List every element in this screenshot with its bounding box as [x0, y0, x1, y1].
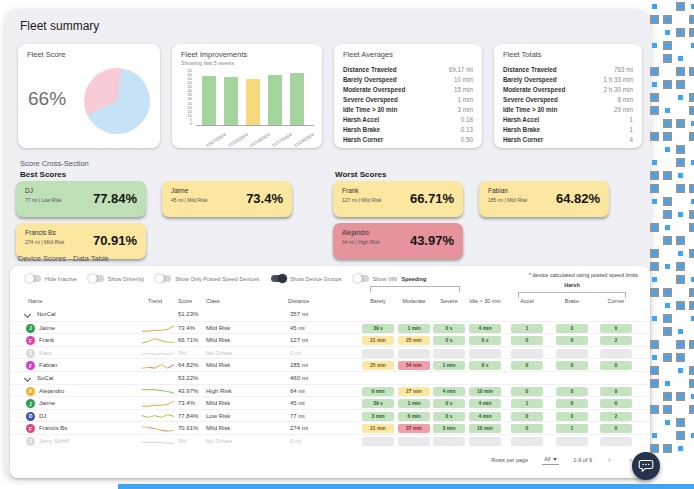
- pixel-cell: [678, 212, 683, 217]
- table-row-francis-bs[interactable]: FFrancis Bs70.91%Mild Risk274 mi21 min37…: [10, 421, 650, 434]
- table-row-jerry-schiff[interactable]: JJerry Schiff0%No Drives0 mi: [10, 434, 650, 447]
- score-card-detail: 127 mi | Mild Risk: [342, 197, 381, 203]
- pixel-cell: [665, 225, 670, 230]
- metric-row: Barely Overspeed10 min: [343, 74, 473, 84]
- chevron-left-icon[interactable]: ‹: [606, 456, 613, 465]
- pixel-cell: [678, 446, 683, 451]
- device-distance: 127 mi: [290, 337, 308, 343]
- bar-chart-y-axis: 65605550454035302520151050: [176, 69, 192, 126]
- table-row-jaime[interactable]: JJaime73.4%Mild Risk45 mi39 s1 min0 s4 m…: [10, 321, 650, 334]
- metric-badge: 21 min: [362, 336, 394, 345]
- metric-badge: 0 s: [433, 336, 465, 345]
- metric-badge: 0 s: [469, 336, 501, 345]
- metric-badge: 0 s: [469, 361, 501, 370]
- pixel-cell: [678, 121, 683, 126]
- table-row-alejandro[interactable]: AAlejandro43.97%High Risk64 mi6 min27 mi…: [10, 384, 650, 397]
- pixel-cell: [652, 264, 657, 269]
- score-card-percent: 73.4%: [246, 191, 283, 206]
- score-card-percent: 43.97%: [410, 233, 454, 248]
- score-card-percent: 70.91%: [93, 233, 137, 248]
- metric-badge: 6 min: [398, 412, 430, 421]
- group-row-socal[interactable]: SoCal53.22%460 mi: [10, 371, 650, 384]
- pixel-cell: [652, 342, 657, 347]
- pixel-cell: [678, 4, 683, 9]
- group-row-norcal[interactable]: NorCal51.23%357 mi: [10, 308, 650, 321]
- pixel-cell: [678, 82, 683, 87]
- toggle-show-only-posted-speed-devices[interactable]: Show Only Posted Speed Devices: [156, 275, 259, 282]
- table-row-dj[interactable]: DDJ77.84%Low Risk77 mi3 min6 min0 s4 min…: [10, 409, 650, 422]
- metric-value: 1: [629, 126, 633, 133]
- pixel-cell: [665, 43, 670, 48]
- pixel-cell: [678, 56, 683, 61]
- page-title: Fleet summary: [20, 19, 99, 33]
- device-distance: 45 mi: [290, 325, 305, 331]
- metric-row: Idle Time > 30 min29 min: [503, 104, 633, 114]
- metric-row: Harsh Accel0.18: [343, 114, 473, 124]
- toggle-switch[interactable]: [89, 275, 104, 282]
- fleet-improvements-subtitle: Showing last 5 weeks: [181, 60, 234, 66]
- bar-11/10/2024: [246, 79, 260, 125]
- chevron-down-icon: [24, 375, 31, 382]
- device-score: 64.82%: [178, 362, 198, 368]
- score-card-percent: 77.84%: [93, 191, 137, 206]
- metric-badge: 3 min: [433, 424, 465, 433]
- pixel-cell: [678, 147, 683, 152]
- metric-badge: [556, 349, 588, 358]
- column-header-trend: Trend: [148, 298, 162, 304]
- table-row-frank[interactable]: FFrank66.71%Mild Risk127 mi21 min25 min0…: [10, 333, 650, 346]
- device-class: Mild Risk: [206, 362, 230, 368]
- metric-row: Harsh Corner0.50: [343, 134, 473, 144]
- cross-section-title: Score Cross-Section: [20, 159, 89, 168]
- score-card-frank: Frank127 mi | Mild Risk66.71%: [333, 181, 463, 217]
- trend-sparkline: [140, 424, 176, 433]
- speeding-bracket: [370, 286, 460, 292]
- toggle-switch[interactable]: [354, 275, 369, 282]
- trend-sparkline: [140, 349, 176, 358]
- table-row-fabian[interactable]: FFabian64.82%Mild Risk185 mi25 min54 min…: [10, 358, 650, 371]
- rows-per-page-select[interactable]: All: [542, 455, 559, 465]
- pixel-cell: [652, 108, 657, 113]
- metric-badge: [556, 437, 588, 446]
- column-header-class: Class: [206, 298, 220, 304]
- pixel-cell: [665, 134, 670, 139]
- score-card-alejandro: Alejandro64 mi | High Risk43.97%: [333, 223, 463, 259]
- metric-badge: 0: [556, 399, 588, 408]
- metric-badge: 1: [511, 324, 543, 333]
- chat-button[interactable]: [632, 452, 660, 480]
- metric-label: Distance Traveled: [503, 66, 557, 73]
- device-distance: 274 mi: [290, 425, 308, 431]
- toggle-hide-inactive[interactable]: Hide Inactive: [26, 275, 77, 282]
- metric-row: Moderate Overspeed15 min: [343, 84, 473, 94]
- toggle-switch[interactable]: [26, 275, 41, 282]
- metric-badge: 4 min: [469, 412, 501, 421]
- metric-badge: 0: [511, 336, 543, 345]
- table-row-jaime[interactable]: JJaime73.4%Mild Risk45 mi39 s1 min0 s4 m…: [10, 396, 650, 409]
- pixel-cell: [678, 303, 683, 308]
- pixel-cell: [678, 160, 683, 165]
- score-card-name: Alejandro: [342, 229, 369, 236]
- avatar: S: [26, 349, 35, 358]
- metric-badge: 2: [600, 412, 632, 421]
- metric-badge: 0: [556, 324, 588, 333]
- pixel-cell: [665, 212, 670, 217]
- metric-label: Harsh Brake: [503, 126, 540, 133]
- pixel-cell: [678, 420, 683, 425]
- toggle-switch[interactable]: [271, 275, 286, 282]
- metric-row: Harsh Brake1: [503, 124, 633, 134]
- toggle-switch[interactable]: [156, 275, 171, 282]
- column-header-distance: Distance: [288, 298, 309, 304]
- pixel-cell: [678, 368, 683, 373]
- device-name: Frank: [39, 337, 54, 343]
- table-row-sara[interactable]: SSara0%No Drives0 mi: [10, 346, 650, 359]
- toggle-show-driver-s-[interactable]: Show Driver(s): [89, 275, 144, 282]
- metric-label: Idle Time > 30 min: [503, 106, 557, 113]
- metric-badge: [433, 349, 465, 358]
- pixel-cell: [678, 355, 683, 360]
- toggle-show-device-groups[interactable]: Show Device Groups: [271, 275, 342, 282]
- pixel-cell: [665, 329, 670, 334]
- pixel-cell: [665, 290, 670, 295]
- pixel-cell: [652, 407, 657, 412]
- metric-value: 4: [629, 136, 633, 143]
- metric-badge: [469, 437, 501, 446]
- metric-badge: [398, 349, 430, 358]
